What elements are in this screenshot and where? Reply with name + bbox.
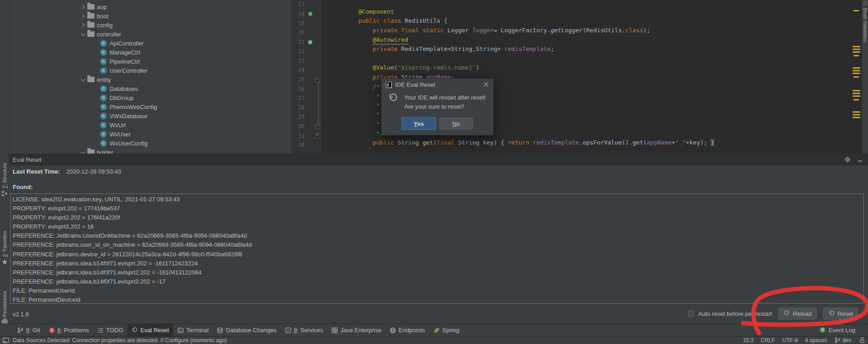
tree-item[interactable]: C ApiController <box>9 39 291 48</box>
status-items: 15:3CRLFUTF-84 spaces <box>743 337 827 344</box>
tree-item-label: ManageCtrl <box>110 49 140 56</box>
tool-window-tab[interactable]: Endpoints <box>386 324 429 336</box>
tool-window-tab[interactable]: Database Changes <box>213 324 281 336</box>
warning-stripe-mark <box>853 99 859 100</box>
dialog-message-line2: Are your sure to reset? <box>404 102 486 111</box>
warning-stripe-mark <box>853 117 860 118</box>
found-entry: PROPERTY: evlsprt3.202 = 16 <box>13 222 863 231</box>
chevron-icon[interactable] <box>80 4 86 10</box>
svg-text:IJ: IJ <box>386 82 389 85</box>
gutter-icon <box>306 133 314 139</box>
no-button[interactable]: No <box>439 118 473 130</box>
status-item[interactable]: 15:3 <box>743 337 753 344</box>
status-item[interactable]: CRLF <box>761 337 775 344</box>
reset-button[interactable]: Reset <box>823 308 858 319</box>
class-icon: C <box>100 58 107 65</box>
tree-item[interactable]: C DbGroup <box>9 93 291 102</box>
code-lines: 17 @Component 18 public class RedisUtils… <box>291 0 868 150</box>
tree-item[interactable]: C config <box>9 20 291 30</box>
tool-window-tab[interactable]: 8: Services <box>281 324 327 336</box>
svg-text:?: ? <box>821 328 823 332</box>
class-icon: C <box>100 104 107 110</box>
event-log-button[interactable]: ? Event Log <box>819 324 855 336</box>
chevron-icon[interactable] <box>80 76 86 83</box>
tool-window-tab[interactable]: Terminal <box>173 324 213 336</box>
tool-window-bean-validation[interactable]: Bean Validation <box>863 8 868 42</box>
code-token: final <box>437 139 458 146</box>
line-number: 20 <box>291 30 305 36</box>
fold-marker[interactable] <box>314 77 321 82</box>
warning-stripe-mark <box>853 73 860 74</box>
yes-button[interactable]: Yes <box>402 118 436 130</box>
hide-panel-icon[interactable] <box>856 155 864 164</box>
tool-window-tab[interactable]: Java Enterprise <box>327 324 385 336</box>
line-number: 29 <box>291 114 305 120</box>
tool-window-tab[interactable]: Eval Reset <box>127 324 173 336</box>
tree-item[interactable]: C PipelineCtrl <box>9 57 291 66</box>
reload-icon <box>783 310 790 317</box>
tree-item[interactable]: C PhemsWebConfig <box>9 102 291 111</box>
gutter-icon <box>306 86 314 92</box>
tree-item-label: entity <box>97 76 111 83</box>
fold-marker[interactable] <box>314 124 321 129</box>
tree-item[interactable]: C WxUrl <box>9 120 291 130</box>
warning-stripe-mark <box>853 70 860 71</box>
status-item[interactable]: 4 spaces <box>805 337 827 344</box>
tool-window-tab[interactable]: 9: Git <box>13 324 44 336</box>
line-number: 27 <box>291 95 305 101</box>
line-number: 22 <box>291 48 305 55</box>
reload-button[interactable]: Reload <box>778 308 817 319</box>
line-number: 30 <box>291 123 305 130</box>
class-icon: C <box>100 85 107 92</box>
chevron-icon[interactable] <box>80 31 86 37</box>
folder-icon <box>87 77 95 82</box>
left-tool-window-bar: 7: Structure 2: Favorites Persistence We… <box>0 0 9 336</box>
warning-stripe-mark <box>853 114 860 115</box>
tree-item[interactable]: C Databases <box>9 84 291 93</box>
tree-item[interactable]: C boot <box>9 11 291 20</box>
tool-window-button[interactable]: 2: Favorites <box>0 231 9 265</box>
status-message[interactable]: Data Sources Detected: Connection proper… <box>13 337 227 344</box>
dialog-title-bar: IJ IDE Eval Reset <box>381 79 493 90</box>
tree-item[interactable]: C holder <box>9 148 291 154</box>
git-branch-widget[interactable]: dev <box>834 337 851 344</box>
code-line[interactable]: 31 public String get(final String key) {… <box>291 131 868 140</box>
tree-item[interactable]: C WxUser <box>9 130 291 139</box>
line-number: 23 <box>291 58 305 64</box>
tool-window-tab[interactable]: TODO <box>93 324 127 336</box>
code-editor[interactable]: 17 @Component 18 public class RedisUtils… <box>291 0 868 154</box>
tree-item[interactable]: C controller <box>9 30 291 39</box>
panel-controls: Auto reset before per restart Reload Res… <box>688 307 858 320</box>
tree-item[interactable]: C aop <box>9 2 291 11</box>
lock-icon[interactable] <box>858 337 865 344</box>
auto-reset-checkbox[interactable] <box>688 310 694 317</box>
chevron-icon[interactable] <box>80 149 86 154</box>
folder-icon <box>87 150 95 154</box>
close-icon[interactable] <box>482 81 490 88</box>
status-item[interactable]: UTF-8 <box>783 337 798 344</box>
found-entry: PREFERENCE: jetbrains.idea.b14f0f71.evls… <box>13 259 863 268</box>
project-tree: C aop C boot C config C controlle <box>9 0 291 154</box>
tool-window-button[interactable]: 7: Structure <box>0 163 9 197</box>
chevron-icon[interactable] <box>80 22 86 28</box>
eval-reset-panel: Eval Reset Last Reset Time:2020-12-28 09… <box>9 154 868 324</box>
tool-window-toggle-icon[interactable] <box>3 337 9 344</box>
tree-item[interactable]: C entity <box>9 75 291 84</box>
tool-window-tab[interactable]: Spring <box>429 324 464 336</box>
fold-marker[interactable] <box>314 133 321 138</box>
tree-item[interactable]: C VWxDatabase <box>9 111 291 120</box>
settings-gear-icon[interactable] <box>843 155 852 164</box>
tree-item[interactable]: C ManageCtrl <box>9 48 291 57</box>
tree-item[interactable]: C UserController <box>9 66 291 75</box>
tree-item-label: WxUser <box>110 131 130 138</box>
class-icon: C <box>100 49 107 56</box>
found-entry: PREFERENCE: JetBrains.UserIdOnMachine = … <box>13 231 863 240</box>
tool-window-tab[interactable]: 6: Problems <box>44 324 93 336</box>
code-token: getLogger <box>551 27 582 34</box>
chevron-icon[interactable] <box>80 13 86 19</box>
tree-item[interactable]: C WxUserConfig <box>9 139 291 148</box>
code-line[interactable]: 21 private RedisTemplate<String,String> … <box>291 37 868 47</box>
no-button-label: No <box>452 120 460 127</box>
git-branch-label: dev <box>843 337 851 344</box>
line-number: 18 <box>291 11 305 17</box>
